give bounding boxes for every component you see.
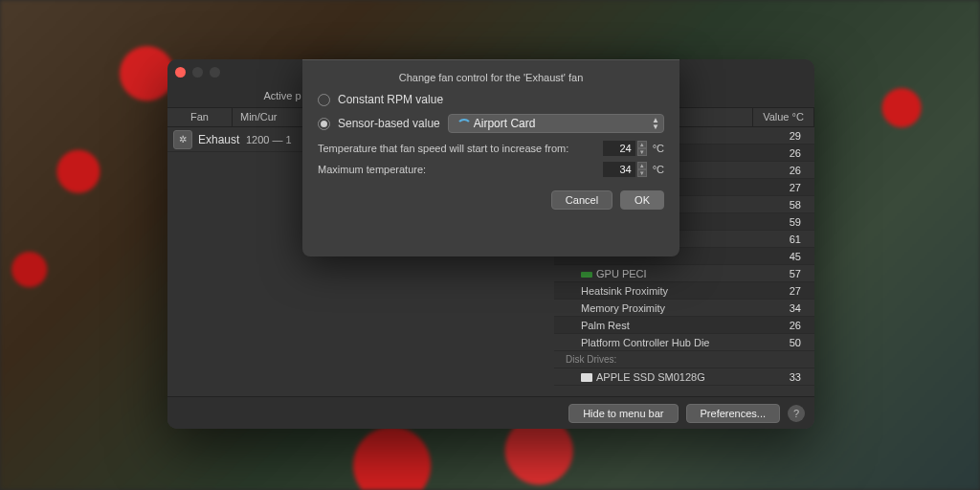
sensor-row[interactable]: Platform Controller Hub Die50 [554,334,814,351]
ssd-icon [581,373,592,382]
sensor-group-label: Disk Drives: [554,354,616,365]
sensor-select[interactable]: Airport Card ▲▼ [448,114,664,133]
fan-values: 1200 — 1 [246,134,292,145]
sensor-value: 45 [753,251,814,262]
fan-icon: ✲ [173,130,192,149]
fan-name: Exhaust [198,133,246,146]
chevron-down-icon[interactable]: ▼ [637,148,647,156]
sensor-value: 26 [753,165,814,176]
sensor-header-value: Value °C [753,108,814,126]
start-temp-stepper[interactable]: ▲▼ [637,141,647,156]
max-temp-input[interactable] [603,162,635,177]
sensor-select-value: Airport Card [474,117,536,130]
sensor-value: 50 [753,337,814,348]
param-start-temp: Temperature that fan speed will start to… [318,141,664,156]
radio-selected-icon [318,118,330,130]
fan-control-dialog: Change fan control for the 'Exhaust' fan… [302,59,679,256]
sensor-group-row: Disk Drives: [554,351,814,368]
radio-unselected-icon [318,94,330,106]
sensor-value: 57 [753,268,814,279]
sensor-row[interactable]: APPLE SSD SM0128G33 [554,368,814,386]
sensor-value: 26 [753,147,814,159]
sensor-name: APPLE SSD SM0128G [554,371,753,383]
param-start-label: Temperature that fan speed will start to… [318,143,603,154]
airport-icon [457,119,468,128]
sensor-name: GPU PECI [554,268,753,279]
param-max-label: Maximum temperature: [318,164,603,175]
sensor-row[interactable]: GPU PECI57 [554,265,814,282]
unit-label: °C [653,164,664,175]
sensor-name: Memory Proximity [554,302,753,314]
unit-label: °C [653,143,664,154]
sensor-name: Palm Rest [554,320,753,331]
gpu-icon [581,272,592,278]
sensor-name: Platform Controller Hub Die [554,337,753,348]
sensor-name: Heatsink Proximity [554,285,753,297]
help-button[interactable]: ? [788,405,805,422]
sensor-value: 59 [753,216,814,228]
dialog-title: Change fan control for the 'Exhaust' fan [318,72,664,83]
sensor-value: 27 [753,182,814,193]
sensor-value: 58 [753,199,814,211]
sensor-value: 26 [753,320,814,331]
dialog-buttons: Cancel OK [318,190,664,210]
chevron-down-icon[interactable]: ▼ [637,169,647,177]
ok-button[interactable]: OK [620,190,664,210]
fan-header-fan: Fan [167,108,233,126]
sensor-row[interactable]: Memory Proximity34 [554,300,814,317]
sensor-value: 27 [753,285,814,297]
preferences-button[interactable]: Preferences... [686,404,780,423]
sensor-value: 34 [753,302,814,314]
statusbar: Hide to menu bar Preferences... ? [167,396,814,429]
sensor-value: 33 [753,371,814,383]
param-max-temp: Maximum temperature: ▲▼ °C [318,162,664,177]
option-sensor-label: Sensor-based value [338,117,440,130]
sensor-value: 29 [753,130,814,142]
sensor-row[interactable]: Palm Rest26 [554,317,814,334]
select-arrows-icon: ▲▼ [652,117,659,130]
hide-to-menubar-button[interactable]: Hide to menu bar [568,404,678,423]
option-sensor-based[interactable]: Sensor-based value Airport Card ▲▼ [318,114,664,133]
option-constant-label: Constant RPM value [338,93,443,106]
chevron-up-icon[interactable]: ▲ [637,162,647,169]
max-temp-stepper[interactable]: ▲▼ [637,162,647,177]
chevron-up-icon[interactable]: ▲ [637,141,647,148]
cancel-button[interactable]: Cancel [551,190,612,210]
sensor-row[interactable]: Heatsink Proximity27 [554,282,814,300]
start-temp-input[interactable] [603,141,635,156]
option-constant-rpm[interactable]: Constant RPM value [318,93,664,106]
sensor-value: 61 [753,234,814,245]
